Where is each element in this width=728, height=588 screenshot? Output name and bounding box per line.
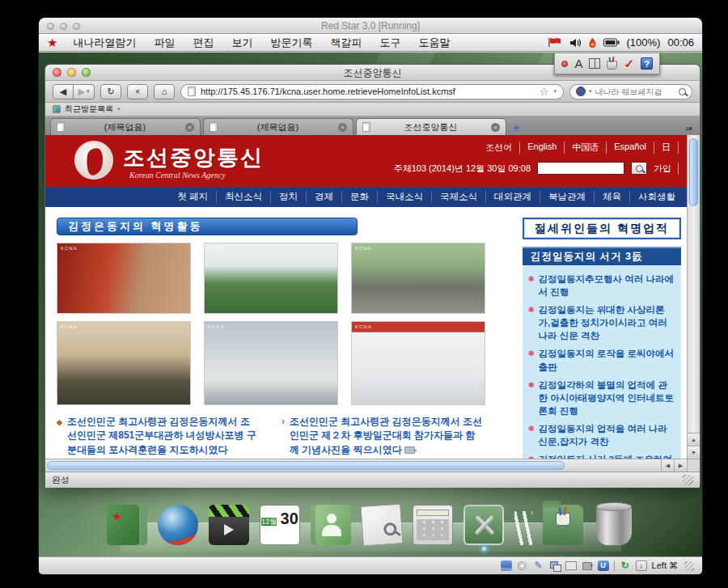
speaker-icon[interactable] [569, 38, 582, 48]
photo-podium[interactable]: KCNA [57, 243, 191, 314]
search-field[interactable]: ▾ [569, 84, 692, 99]
dock-media-player-icon[interactable] [209, 505, 249, 545]
list-item[interactable]: ✽김정일동지추모행사 여러 나라에서 진행 [528, 273, 675, 298]
nav-latest[interactable]: 최신소식 [216, 191, 270, 203]
tab-close-icon[interactable]: × [338, 123, 347, 132]
vertical-scroll-thumb[interactable] [689, 138, 698, 206]
back-button[interactable]: ◀ [53, 84, 74, 99]
dock-browser-icon[interactable] [158, 505, 198, 545]
dock-settings-icon[interactable] [463, 505, 504, 545]
menu-file[interactable]: 파일 [145, 36, 184, 50]
list-item[interactable]: ✽김정일동지의 업적을 여러 나라 신문,잡지가 격찬 [528, 422, 675, 448]
site-search-button[interactable] [631, 162, 647, 175]
tab-close-icon[interactable]: × [491, 123, 500, 132]
menu-help[interactable]: 도움말 [409, 36, 459, 50]
scroll-up-button[interactable]: ▲ [688, 433, 700, 446]
vm-usb-icon[interactable]: U [598, 561, 609, 571]
vm-window-controls[interactable] [47, 23, 80, 30]
pen-cup-icon[interactable] [607, 61, 617, 70]
tab-untitled-2[interactable]: (제목없음) × [203, 118, 353, 135]
dock-search-icon[interactable] [360, 503, 403, 546]
nav-home[interactable]: 첫 페지 [169, 191, 216, 203]
tab-kcna-active[interactable]: 조선중앙통신 × [356, 118, 506, 135]
search-engine-icon[interactable] [576, 87, 586, 96]
photo-troops[interactable]: KCNA [351, 243, 485, 314]
vm-resize-grip-icon[interactable] [684, 561, 694, 571]
vertical-scrollbar[interactable]: ▲ ▼ [687, 135, 700, 459]
help-icon[interactable]: ? [641, 57, 653, 70]
photo-greenhouse[interactable]: KCNA [204, 243, 338, 314]
nav-social[interactable]: 사회생활 [629, 191, 684, 203]
menu-bookmarks[interactable]: 책갈피 [321, 36, 370, 50]
vm-display-icon[interactable] [565, 561, 577, 571]
url-field[interactable]: ☆ ▾ [180, 84, 564, 99]
web-search-input[interactable] [595, 87, 675, 96]
menu-edit[interactable]: 편집 [184, 36, 222, 50]
lang-chinese[interactable]: 中国语 [565, 142, 607, 154]
menu-tools[interactable]: 도구 [370, 36, 409, 50]
horizontal-scroll-thumb[interactable] [47, 461, 565, 470]
menu-history[interactable]: 방문기록 [261, 36, 321, 50]
bookmark-star-icon[interactable]: ☆ [540, 86, 549, 98]
nav-external[interactable]: 대외관계 [485, 191, 540, 203]
vm-close-button[interactable] [47, 23, 54, 30]
dock-trash-icon[interactable] [596, 505, 632, 545]
vm-optical-drive-icon[interactable] [517, 561, 528, 571]
site-title[interactable]: 조선중앙통신 [123, 143, 264, 172]
menu-view[interactable]: 보기 [222, 36, 261, 50]
vm-network-icon[interactable] [549, 561, 561, 571]
vm-mouse-integration-icon[interactable]: ↻ [620, 561, 631, 571]
home-button[interactable]: ⌂ [154, 84, 175, 99]
scroll-right-button[interactable]: ▶ [674, 459, 687, 472]
checkmark-tool-icon[interactable]: ✓ [624, 57, 634, 71]
reload-button[interactable]: ↻ [100, 84, 121, 99]
dock-files-icon[interactable] [543, 505, 583, 545]
browser-zoom-button[interactable] [82, 68, 91, 77]
list-item[interactable]: ✽김정일각하의 불멸의 업적에 관한 아시아태평양지역 인터네트토론회 진행 [528, 379, 675, 417]
tab-close-icon[interactable]: × [185, 123, 194, 132]
resize-grip-icon[interactable] [683, 475, 693, 485]
site-search-input[interactable] [537, 162, 624, 175]
kcna-logo[interactable] [74, 141, 113, 180]
scroll-down-button[interactable]: ▼ [688, 446, 700, 459]
photo-winter-walk[interactable]: KCNA [204, 321, 338, 405]
list-item[interactable]: ✽김정일동지 서거 3돐에 즈음하여 조선재외대표부들에서 행사 진행 [528, 453, 675, 459]
flag-icon[interactable] [548, 37, 562, 48]
join-link[interactable]: 가입 [654, 163, 679, 175]
vm-keyboard-capture-icon[interactable]: ↓ [636, 561, 647, 571]
photo-facility[interactable]: KCNA [351, 321, 485, 405]
url-input[interactable] [201, 87, 535, 96]
nav-economy[interactable]: 경제 [306, 191, 341, 203]
caption-group-photo[interactable]: › 조선인민군 최고사령관 김정은동지께서 조선인민군 제２차 후방일군대회 참… [281, 415, 484, 457]
nav-culture[interactable]: 문화 [341, 191, 377, 203]
vm-titlebar[interactable]: Red Star 3.0 [Running] [39, 18, 702, 34]
horizontal-scrollbar[interactable]: ◀ ▶ [45, 459, 700, 472]
menubar-clock[interactable]: 00:06 [667, 36, 694, 49]
vm-zoom-button[interactable] [73, 23, 80, 30]
search-magnifier-icon[interactable] [679, 88, 686, 95]
palette-close-button[interactable] [561, 61, 568, 67]
lang-korean[interactable]: 조선어 [478, 142, 520, 154]
forward-button[interactable]: ▶▾ [74, 84, 95, 99]
dock-reader-icon[interactable]: ★ [107, 505, 147, 545]
dock-calendar-icon[interactable]: 12월 30 [260, 505, 300, 545]
flame-icon[interactable] [589, 37, 596, 48]
vm-harddisk-icon[interactable] [501, 561, 512, 571]
tab-untitled-1[interactable]: (제목없음) × [50, 118, 201, 135]
text-tool-icon[interactable]: A [574, 57, 582, 70]
browser-close-button[interactable] [53, 68, 61, 77]
caption-artillery-drill[interactable]: ◆ 조선인민군 최고사령관 김정은동지께서 조선인민군 제851군부대관하 녀성… [57, 415, 259, 457]
dock-calculator-icon[interactable] [413, 505, 453, 545]
vm-pointer-icon[interactable]: ✎ [533, 561, 544, 571]
scroll-left-button[interactable]: ◀ [661, 459, 674, 472]
stop-button[interactable]: × [127, 84, 148, 99]
red-star-menu-icon[interactable]: ★ [47, 36, 57, 50]
columns-tool-icon[interactable] [589, 58, 600, 69]
dock-contacts-icon[interactable] [311, 505, 351, 545]
lang-english[interactable]: English [520, 142, 565, 154]
tab-list-icon[interactable]: ≡▾ [682, 125, 695, 135]
lang-japanese[interactable]: 日 [654, 142, 679, 154]
bookmark-dropdown-icon[interactable]: ▾ [117, 106, 121, 112]
nav-international[interactable]: 국제소식 [431, 191, 485, 203]
menu-app[interactable]: 내나라열람기 [64, 36, 145, 50]
